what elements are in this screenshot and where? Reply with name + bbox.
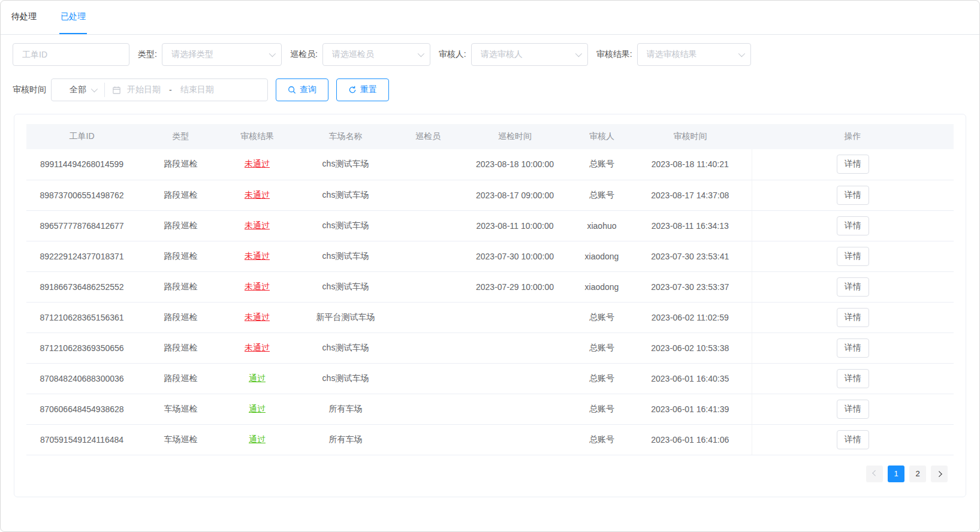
cell-order-id: 891866736486252552 xyxy=(26,271,137,302)
filter-row-1: 类型: 请选择类型 巡检员: 请选巡检员 审核人: 请选审核人 审核结果: 请选… xyxy=(13,43,967,66)
review-time-range-control: 全部 开始日期 - 结束日期 xyxy=(51,78,268,101)
type-label: 类型: xyxy=(138,49,157,60)
detail-button[interactable]: 详情 xyxy=(837,155,869,174)
workorder-table: 工单ID 类型 审核结果 车场名称 巡检员 巡检时间 审核人 审核时间 操作 8… xyxy=(26,124,954,455)
cell-reviewer: 总账号 xyxy=(575,332,629,363)
cell-parking-name: chs测试车场 xyxy=(290,271,401,302)
cell-reviewer: 总账号 xyxy=(575,149,629,180)
detail-button[interactable]: 详情 xyxy=(837,430,869,449)
cell-review-time: 2023-06-02 11:02:59 xyxy=(629,302,752,332)
cell-review-time: 2023-06-02 10:53:38 xyxy=(629,332,752,363)
start-date-input[interactable]: 开始日期 xyxy=(127,84,161,95)
pagination-next-button[interactable] xyxy=(931,466,948,482)
result-link[interactable]: 通过 xyxy=(249,404,266,413)
cell-review-time: 2023-06-01 16:41:39 xyxy=(629,394,752,424)
type-select[interactable]: 请选择类型 xyxy=(162,43,282,66)
cell-reviewer: xiaodong xyxy=(575,271,629,302)
cell-inspector xyxy=(401,210,455,241)
chevron-down-icon xyxy=(269,50,276,57)
result-link[interactable]: 未通过 xyxy=(245,282,270,291)
cell-review-time: 2023-08-17 14:37:08 xyxy=(629,180,752,210)
cell-action: 详情 xyxy=(752,394,954,424)
table-row: 896577778768412677 路段巡检 未通过 chs测试车场 2023… xyxy=(26,210,954,241)
detail-button[interactable]: 详情 xyxy=(837,369,869,388)
cell-action: 详情 xyxy=(752,180,954,210)
table-row: 899114494268014599 路段巡检 未通过 chs测试车场 2023… xyxy=(26,149,954,180)
chevron-down-icon xyxy=(575,50,581,57)
reset-button[interactable]: 重置 xyxy=(336,78,389,101)
reset-button-label: 重置 xyxy=(360,84,377,95)
cell-inspect-time xyxy=(455,302,575,332)
result-link[interactable]: 通过 xyxy=(249,434,266,444)
filter-row-2: 审核时间 全部 开始日期 - 结束日期 xyxy=(13,78,967,101)
search-button[interactable]: 查询 xyxy=(276,78,328,101)
cell-inspector xyxy=(401,302,455,332)
cell-parking-name: 所有车场 xyxy=(290,424,401,455)
detail-button[interactable]: 详情 xyxy=(837,216,869,235)
filter-panel: 类型: 请选择类型 巡检员: 请选巡检员 审核人: 请选审核人 审核结果: 请选… xyxy=(1,35,979,101)
end-date-input[interactable]: 结束日期 xyxy=(180,84,214,95)
cell-action: 详情 xyxy=(752,210,954,241)
cell-reviewer: 总账号 xyxy=(575,394,629,424)
cell-inspect-time: 2023-08-17 09:00:00 xyxy=(455,180,575,210)
cell-order-id: 871210628365156361 xyxy=(26,302,137,332)
cell-result: 未通过 xyxy=(224,149,290,180)
pagination-prev-button[interactable] xyxy=(866,466,883,482)
tab-processed[interactable]: 已处理 xyxy=(59,0,87,34)
inspector-select[interactable]: 请选巡检员 xyxy=(322,43,430,66)
pagination-page-2[interactable]: 2 xyxy=(909,466,926,482)
detail-button[interactable]: 详情 xyxy=(837,247,869,266)
calendar-icon xyxy=(112,86,121,95)
result-link[interactable]: 未通过 xyxy=(245,312,270,322)
result-link[interactable]: 通过 xyxy=(249,373,266,383)
detail-button[interactable]: 详情 xyxy=(837,400,869,419)
cell-inspect-time xyxy=(455,394,575,424)
col-type: 类型 xyxy=(137,124,224,149)
time-range-select[interactable]: 全部 xyxy=(52,79,104,101)
detail-button[interactable]: 详情 xyxy=(837,277,869,297)
cell-action: 详情 xyxy=(752,302,954,332)
detail-button[interactable]: 详情 xyxy=(837,338,869,358)
cell-inspector xyxy=(401,394,455,424)
cell-order-id: 896577778768412677 xyxy=(26,210,137,241)
reviewer-select-placeholder: 请选审核人 xyxy=(481,49,523,60)
pagination-page-1[interactable]: 1 xyxy=(888,466,904,482)
reviewer-select[interactable]: 请选审核人 xyxy=(471,43,588,66)
result-select[interactable]: 请选审核结果 xyxy=(637,43,751,66)
result-link[interactable]: 未通过 xyxy=(245,343,270,352)
order-id-input[interactable] xyxy=(13,43,129,66)
tab-pending[interactable]: 待处理 xyxy=(10,0,38,34)
result-link[interactable]: 未通过 xyxy=(245,190,270,200)
cell-inspect-time xyxy=(455,424,575,455)
time-range-value: 全部 xyxy=(70,84,86,95)
cell-result: 通过 xyxy=(224,363,290,394)
detail-button[interactable]: 详情 xyxy=(837,308,869,327)
result-link[interactable]: 未通过 xyxy=(245,159,270,168)
tab-bar: 待处理 已处理 xyxy=(1,1,979,35)
cell-review-time: 2023-08-18 11:40:21 xyxy=(629,149,752,180)
cell-reviewer: 总账号 xyxy=(575,424,629,455)
chevron-down-icon xyxy=(738,50,744,57)
col-review-time: 审核时间 xyxy=(629,124,752,149)
result-link[interactable]: 未通过 xyxy=(245,251,270,261)
cell-parking-name: 所有车场 xyxy=(290,394,401,424)
detail-button[interactable]: 详情 xyxy=(837,186,869,205)
search-icon xyxy=(288,86,296,94)
reviewer-label: 审核人: xyxy=(439,49,466,60)
cell-type: 路段巡检 xyxy=(137,241,224,271)
cell-type: 路段巡检 xyxy=(137,271,224,302)
cell-parking-name: 新平台测试车场 xyxy=(290,302,401,332)
cell-inspect-time: 2023-08-11 10:00:00 xyxy=(455,210,575,241)
cell-type: 路段巡检 xyxy=(137,302,224,332)
table-row: 898737006551498762 路段巡检 未通过 chs测试车场 2023… xyxy=(26,180,954,210)
cell-review-time: 2023-08-11 16:34:13 xyxy=(629,210,752,241)
cell-action: 详情 xyxy=(752,332,954,363)
chevron-down-icon xyxy=(91,86,98,92)
cell-inspector xyxy=(401,332,455,363)
inspector-label: 巡检员: xyxy=(290,49,318,60)
cell-type: 路段巡检 xyxy=(137,210,224,241)
cell-inspector xyxy=(401,363,455,394)
cell-review-time: 2023-07-30 23:53:37 xyxy=(629,271,752,302)
cell-parking-name: chs测试车场 xyxy=(290,332,401,363)
result-link[interactable]: 未通过 xyxy=(245,220,270,230)
